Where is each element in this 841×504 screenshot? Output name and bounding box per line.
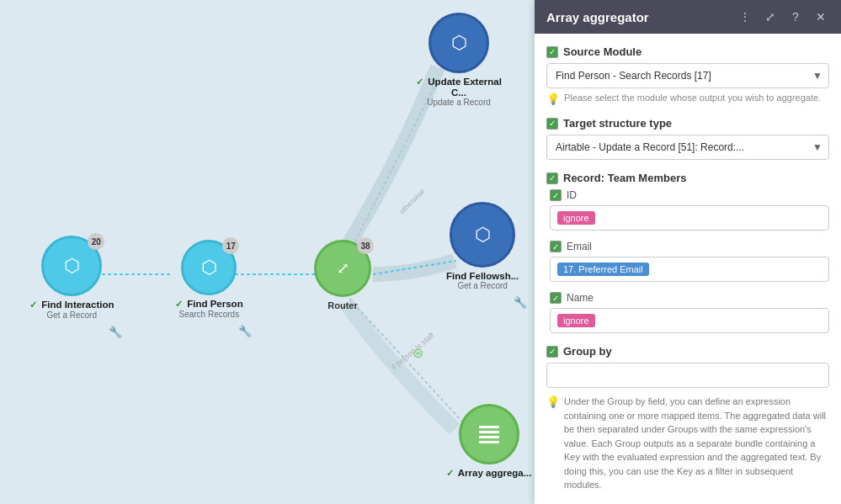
update-external-node[interactable]: ⬡ ✓ Update External C... Update a Record — [413, 13, 505, 107]
svg-rect-7 — [479, 426, 499, 428]
record-section: Record: Team Members ID ignore Email — [546, 172, 829, 333]
node-title: ✓ Find Person — [175, 299, 243, 310]
email-field-input[interactable]: 17. Preferred Email — [550, 257, 829, 282]
target-structure-checkbox[interactable] — [546, 118, 558, 130]
node-subtitle: Update a Record — [413, 98, 505, 107]
id-field-input[interactable]: ignore — [550, 205, 829, 231]
name-field-tag: ignore — [557, 314, 595, 327]
expand-icon[interactable]: ⤢ — [762, 8, 779, 25]
help-icon[interactable]: ? — [787, 8, 804, 25]
id-field-label: ID — [567, 189, 577, 201]
node-subtitle: Get a Record — [29, 310, 114, 320]
router-label: Router — [327, 300, 357, 310]
group-by-input[interactable] — [546, 363, 829, 388]
source-module-select-wrapper: Find Person - Search Records [17] ▼ — [546, 63, 829, 88]
hint-bulb-icon-2: 💡 — [546, 395, 560, 408]
id-field-tag: ignore — [557, 211, 595, 225]
node-subtitle: Search Records — [175, 310, 243, 319]
target-structure-select[interactable]: Airtable - Update a Record [51]: Record:… — [546, 135, 829, 160]
check-icon: ✓ — [416, 77, 423, 87]
source-module-row: Source Module Find Person - Search Recor… — [546, 45, 829, 105]
name-field-label: Name — [567, 292, 593, 304]
check-icon: ✓ — [29, 300, 37, 310]
panel-header-icons: ⋮ ⤢ ? ✕ — [737, 8, 829, 25]
router-node[interactable]: ⤢ 38 Router — [314, 240, 371, 310]
box-icon: ⬡ — [475, 224, 491, 246]
close-icon[interactable]: ✕ — [812, 8, 829, 25]
source-module-select[interactable]: Find Person - Search Records [17] — [546, 63, 829, 88]
group-by-label: Group by — [563, 345, 612, 358]
id-field-row: ID ignore — [546, 189, 829, 231]
list-icon — [476, 422, 502, 447]
email-field-label: Email — [567, 241, 592, 252]
email-field-row: Email 17. Preferred Email — [546, 241, 829, 282]
name-field-row: Name ignore — [546, 292, 829, 333]
hint-bulb-icon: 💡 — [546, 93, 560, 105]
svg-rect-10 — [479, 441, 499, 443]
svg-rect-8 — [479, 431, 499, 433]
wrench-icon: 🔧 — [109, 326, 122, 338]
check-icon: ✓ — [175, 299, 183, 309]
svg-rect-9 — [479, 436, 499, 438]
node-badge: 20 — [88, 233, 104, 250]
node-badge: 38 — [357, 237, 374, 254]
canvas: otherwise if person is staff ⬡ 20 ✓ Find… — [0, 0, 535, 504]
svg-text:otherwise: otherwise — [397, 187, 426, 215]
group-by-row: Group by 💡 Under the Group by field, you… — [546, 345, 829, 492]
name-field-checkbox[interactable] — [550, 292, 562, 304]
expand-arrows-icon: ⤢ — [337, 259, 349, 278]
target-structure-label: Target structure type — [563, 117, 672, 130]
find-fellowship-node[interactable]: ⬡ Find Fellowsh... Get a Record 🔧 — [446, 202, 519, 290]
router-circle: ⤢ 38 — [314, 240, 371, 297]
group-by-info-text: Under the Group by field, you can define… — [564, 395, 829, 492]
node-title: ✓ Array aggrega... — [446, 468, 531, 479]
source-module-hint: 💡 Please select the module whose output … — [546, 92, 829, 105]
source-module-label: Source Module — [563, 45, 641, 58]
box-icon: ⬡ — [451, 32, 467, 54]
panel-header: Array aggregator ⋮ ⤢ ? ✕ — [535, 0, 841, 34]
name-field-input[interactable]: ignore — [550, 308, 829, 333]
node-title: ✓ Find Interaction — [29, 300, 114, 310]
box-icon: ⬡ — [64, 255, 80, 277]
node-title: Find Fellowsh... — [446, 271, 519, 281]
source-module-checkbox[interactable] — [546, 46, 558, 58]
source-module-hint-text: Please select the module whose output yo… — [564, 92, 821, 104]
panel-title: Array aggregator — [546, 10, 649, 24]
node-badge: 17 — [222, 237, 239, 254]
email-field-tag: 17. Preferred Email — [557, 263, 649, 276]
array-aggregator-node[interactable]: ✓ Array aggrega... — [446, 404, 531, 479]
node-subtitle: Get a Record — [446, 281, 519, 290]
more-icon[interactable]: ⋮ — [737, 8, 753, 25]
filter-icon: ⊛ — [413, 345, 423, 361]
target-structure-select-wrapper: Airtable - Update a Record [51]: Record:… — [546, 135, 829, 160]
email-field-checkbox[interactable] — [550, 241, 562, 252]
find-interaction-node[interactable]: ⬡ 20 ✓ Find Interaction Get a Record 🔧 — [29, 236, 114, 320]
find-person-node[interactable]: ⬡ 17 ✓ Find Person Search Records 🔧 — [175, 240, 243, 319]
right-panel: Array aggregator ⋮ ⤢ ? ✕ Source Module F… — [535, 0, 841, 504]
wrench-icon: 🔧 — [238, 325, 252, 337]
target-structure-row: Target structure type Airtable - Update … — [546, 117, 829, 160]
wrench-icon: 🔧 — [514, 296, 527, 309]
id-field-checkbox[interactable] — [550, 189, 562, 201]
box-icon: ⬡ — [201, 257, 217, 279]
node-title: ✓ Update External C... — [413, 77, 505, 98]
record-section-label: Record: Team Members — [563, 172, 686, 184]
check-icon: ✓ — [446, 468, 454, 478]
group-by-checkbox[interactable] — [546, 346, 558, 358]
record-section-checkbox[interactable] — [546, 172, 558, 184]
panel-body: Source Module Find Person - Search Recor… — [535, 34, 841, 504]
